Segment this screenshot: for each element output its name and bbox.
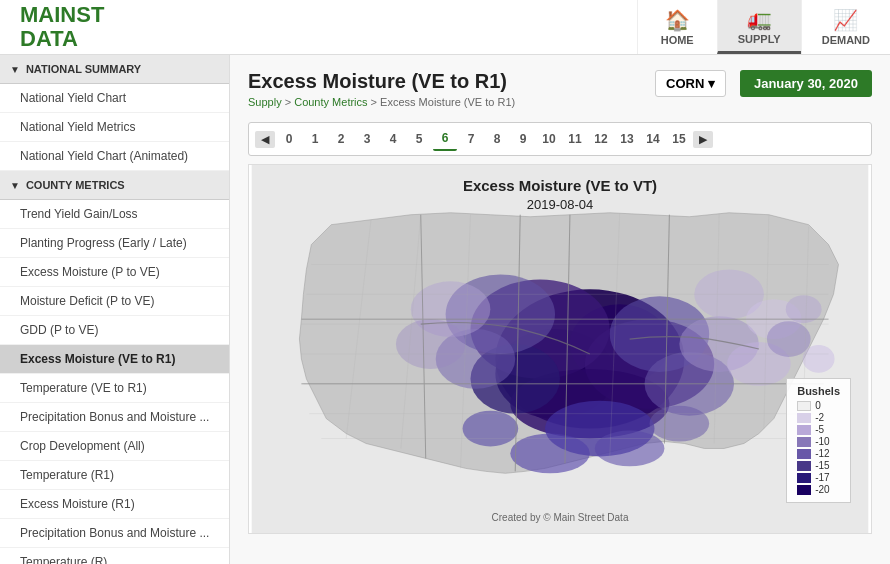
- step-9[interactable]: 9: [511, 127, 535, 151]
- sidebar-item-national-yield-animated[interactable]: National Yield Chart (Animated): [0, 142, 229, 171]
- sidebar-item-temperature-r[interactable]: Temperature (R): [0, 548, 229, 564]
- step-selector: ◀ 0 1 2 3 4 5 6 7 8 9 10 11 12 13 14 15 …: [248, 122, 872, 156]
- nav-demand[interactable]: 📈 DEMAND: [801, 0, 890, 54]
- step-prev-button[interactable]: ◀: [255, 131, 275, 148]
- header: MAINSTDATA 🏠 HOME 🚛 SUPPLY 📈 DEMAND: [0, 0, 890, 55]
- legend-label-2: -5: [815, 424, 824, 435]
- nav-supply-label: SUPPLY: [738, 33, 781, 45]
- sidebar-section-national-summary[interactable]: ▼ NATIONAL SUMMARY: [0, 55, 229, 84]
- legend-item-0: 0: [797, 400, 840, 411]
- legend-color-4: [797, 449, 811, 459]
- nav-supply[interactable]: 🚛 SUPPLY: [717, 0, 801, 54]
- sidebar-item-crop-development[interactable]: Crop Development (All): [0, 432, 229, 461]
- svg-point-19: [510, 434, 590, 474]
- step-4[interactable]: 4: [381, 127, 405, 151]
- legend-item-6: -17: [797, 472, 840, 483]
- step-5[interactable]: 5: [407, 127, 431, 151]
- legend-color-1: [797, 413, 811, 423]
- legend-color-7: [797, 485, 811, 495]
- step-13[interactable]: 13: [615, 127, 639, 151]
- page-title: Excess Moisture (VE to R1): [248, 70, 515, 93]
- us-map: [249, 165, 871, 533]
- step-6[interactable]: 6: [433, 127, 457, 151]
- crop-label: CORN: [666, 76, 704, 91]
- step-next-button[interactable]: ▶: [693, 131, 713, 148]
- breadcrumb-supply[interactable]: Supply: [248, 96, 282, 108]
- legend-color-5: [797, 461, 811, 471]
- demand-icon: 📈: [833, 8, 858, 32]
- breadcrumb-county-metrics[interactable]: County Metrics: [294, 96, 367, 108]
- sidebar-section-national-summary-label: NATIONAL SUMMARY: [26, 63, 141, 75]
- sidebar: ▼ NATIONAL SUMMARY National Yield Chart …: [0, 55, 230, 564]
- legend-title: Bushels: [797, 385, 840, 397]
- step-14[interactable]: 14: [641, 127, 665, 151]
- crop-dropdown[interactable]: CORN ▾: [655, 70, 726, 97]
- nav-demand-label: DEMAND: [822, 34, 870, 46]
- step-12[interactable]: 12: [589, 127, 613, 151]
- sidebar-item-excess-moisture-p-ve[interactable]: Excess Moisture (P to VE): [0, 258, 229, 287]
- layout: ▼ NATIONAL SUMMARY National Yield Chart …: [0, 55, 890, 564]
- legend-label-1: -2: [815, 412, 824, 423]
- step-10[interactable]: 10: [537, 127, 561, 151]
- step-3[interactable]: 3: [355, 127, 379, 151]
- sidebar-item-national-yield-metrics[interactable]: National Yield Metrics: [0, 113, 229, 142]
- legend-color-0: [797, 401, 811, 411]
- step-1[interactable]: 1: [303, 127, 327, 151]
- legend-color-2: [797, 425, 811, 435]
- nav-home[interactable]: 🏠 HOME: [637, 0, 717, 54]
- step-2[interactable]: 2: [329, 127, 353, 151]
- legend-label-4: -12: [815, 448, 829, 459]
- sidebar-item-excess-moisture-ve-r1[interactable]: Excess Moisture (VE to R1): [0, 345, 229, 374]
- sidebar-item-temperature-r1[interactable]: Temperature (R1): [0, 461, 229, 490]
- nav-area: 🏠 HOME 🚛 SUPPLY 📈 DEMAND: [637, 0, 890, 54]
- legend-item-4: -12: [797, 448, 840, 459]
- legend-label-7: -20: [815, 484, 829, 495]
- legend-item-1: -2: [797, 412, 840, 423]
- svg-point-23: [767, 321, 811, 357]
- legend-label-6: -17: [815, 472, 829, 483]
- svg-point-20: [595, 431, 665, 467]
- svg-point-22: [463, 411, 519, 447]
- legend-item-7: -20: [797, 484, 840, 495]
- sidebar-item-moisture-deficit[interactable]: Moisture Deficit (P to VE): [0, 287, 229, 316]
- step-11[interactable]: 11: [563, 127, 587, 151]
- home-icon: 🏠: [665, 8, 690, 32]
- legend-item-3: -10: [797, 436, 840, 447]
- sidebar-item-trend-yield[interactable]: Trend Yield Gain/Loss: [0, 200, 229, 229]
- sidebar-item-gdd[interactable]: GDD (P to VE): [0, 316, 229, 345]
- sidebar-item-temperature-ve-r1[interactable]: Temperature (VE to R1): [0, 374, 229, 403]
- logo: MAINSTDATA: [0, 0, 160, 54]
- legend-label-5: -15: [815, 460, 829, 471]
- map-container: Excess Moisture (VE to VT) 2019-08-04: [248, 164, 872, 534]
- legend-color-3: [797, 437, 811, 447]
- supply-icon: 🚛: [747, 7, 772, 31]
- legend-item-2: -5: [797, 424, 840, 435]
- breadcrumb-current: Excess Moisture (VE to R1): [380, 96, 515, 108]
- svg-point-21: [650, 406, 710, 442]
- breadcrumb: Supply > County Metrics > Excess Moistur…: [248, 96, 515, 108]
- svg-point-25: [803, 345, 835, 373]
- sidebar-item-precip-bonus-2[interactable]: Precipitation Bonus and Moisture ...: [0, 519, 229, 548]
- step-7[interactable]: 7: [459, 127, 483, 151]
- nav-home-label: HOME: [661, 34, 694, 46]
- sidebar-item-planting-progress[interactable]: Planting Progress (Early / Late): [0, 229, 229, 258]
- main-content: Excess Moisture (VE to R1) Supply > Coun…: [230, 55, 890, 564]
- sidebar-item-national-yield-chart[interactable]: National Yield Chart: [0, 84, 229, 113]
- chevron-down-icon: ▼: [10, 64, 20, 75]
- map-credit: Created by © Main Street Data: [492, 512, 629, 523]
- step-0[interactable]: 0: [277, 127, 301, 151]
- step-15[interactable]: 15: [667, 127, 691, 151]
- legend-color-6: [797, 473, 811, 483]
- legend-item-5: -15: [797, 460, 840, 471]
- sidebar-item-precip-bonus-1[interactable]: Precipitation Bonus and Moisture ...: [0, 403, 229, 432]
- legend: Bushels 0 -2 -5 -10: [786, 378, 851, 503]
- sidebar-item-excess-moisture-r1[interactable]: Excess Moisture (R1): [0, 490, 229, 519]
- sidebar-section-county-metrics[interactable]: ▼ COUNTY METRICS: [0, 171, 229, 200]
- svg-point-16: [396, 319, 466, 369]
- date-badge: January 30, 2020: [740, 70, 872, 97]
- legend-label-3: -10: [815, 436, 829, 447]
- logo-text: MAINSTDATA: [20, 3, 104, 51]
- chevron-down-icon-county: ▼: [10, 180, 20, 191]
- step-8[interactable]: 8: [485, 127, 509, 151]
- legend-label-0: 0: [815, 400, 821, 411]
